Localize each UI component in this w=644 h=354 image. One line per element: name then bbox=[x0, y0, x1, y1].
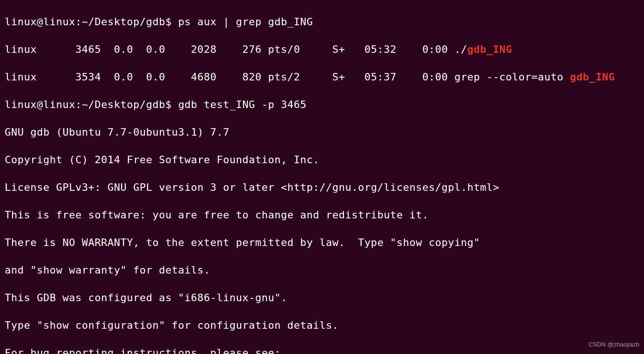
shell-prompt: linux@linux:~/Desktop/gdb$ bbox=[5, 99, 178, 110]
shell-prompt: linux@linux:~/Desktop/gdb$ bbox=[5, 16, 178, 28]
command-line-ps: linux@linux:~/Desktop/gdb$ ps aux | grep… bbox=[5, 15, 639, 29]
gdb-output: Copyright (C) 2014 Free Software Foundat… bbox=[5, 153, 639, 167]
command-text: gdb test_ING -p 3465 bbox=[178, 99, 307, 110]
terminal[interactable]: linux@linux:~/Desktop/gdb$ ps aux | grep… bbox=[0, 0, 644, 354]
ps-row-1: linux 3534 0.0 0.0 4680 820 pts/2 S+ 05:… bbox=[5, 70, 639, 84]
gdb-output: and "show warranty" for details. bbox=[5, 263, 639, 277]
command-text: ps aux | grep gdb_ING bbox=[178, 16, 313, 28]
ps-row-0: linux 3465 0.0 0.0 2028 276 pts/0 S+ 05:… bbox=[5, 43, 639, 57]
gdb-output: There is NO WARRANTY, to the extent perm… bbox=[5, 236, 639, 250]
gdb-output: GNU gdb (Ubuntu 7.7-0ubuntu3.1) 7.7 bbox=[5, 125, 639, 139]
gdb-output: This is free software: you are free to c… bbox=[5, 208, 639, 222]
grep-match: gdb_ING bbox=[467, 43, 512, 55]
gdb-output: For bug reporting instructions, please s… bbox=[5, 346, 639, 354]
grep-match: gdb_ING bbox=[570, 71, 615, 83]
gdb-output: Type "show configuration" for configurat… bbox=[5, 318, 639, 332]
gdb-output: This GDB was configured as "i686-linux-g… bbox=[5, 291, 639, 305]
command-line-gdb: linux@linux:~/Desktop/gdb$ gdb test_ING … bbox=[5, 98, 639, 112]
gdb-output: License GPLv3+: GNU GPL version 3 or lat… bbox=[5, 181, 639, 195]
watermark-text: CSDN @zhaojiazb bbox=[588, 338, 639, 352]
